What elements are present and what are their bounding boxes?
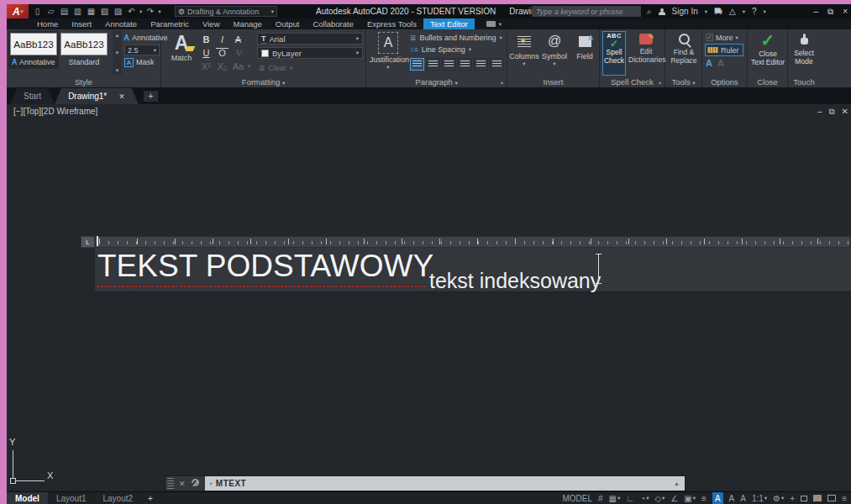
chevron-down-icon[interactable]: ▾ bbox=[290, 65, 292, 71]
close-button[interactable]: × bbox=[843, 7, 848, 16]
combine-paragraphs-button[interactable] bbox=[490, 58, 504, 71]
align-justify-button[interactable] bbox=[458, 58, 472, 71]
align-right-button[interactable] bbox=[442, 58, 456, 71]
symbol-button[interactable]: @ Symbol▾ bbox=[539, 32, 570, 67]
ribbon-display-toggle[interactable]: ▾ bbox=[486, 18, 502, 29]
redo-icon[interactable]: ↷ bbox=[144, 7, 155, 16]
close-tab-icon[interactable]: ✕ bbox=[118, 92, 125, 101]
gallery-expand-icon[interactable]: ▼ bbox=[115, 68, 120, 73]
polar-tracking-toggle[interactable]: ◔▾ bbox=[640, 492, 649, 504]
clear-formatting-button[interactable]: Clear bbox=[269, 64, 287, 72]
open-folder-icon[interactable]: ▱ bbox=[45, 7, 56, 16]
tab-express-tools[interactable]: Express Tools bbox=[360, 18, 423, 29]
text-height-combo[interactable]: 2.5▾ bbox=[124, 45, 160, 55]
autoscale-toggle[interactable]: A bbox=[729, 492, 735, 504]
columns-button[interactable]: Columns▾ bbox=[509, 32, 539, 67]
help-icon[interactable]: ? bbox=[752, 7, 757, 16]
plot-icon[interactable]: ▦ bbox=[86, 7, 97, 16]
save-icon[interactable]: ▤ bbox=[59, 7, 70, 16]
chevron-down-icon[interactable]: ▾ bbox=[248, 63, 250, 70]
autocaps-off-icon[interactable]: A bbox=[717, 58, 724, 68]
tab-output[interactable]: Output bbox=[269, 18, 307, 29]
layout-tab-layout2[interactable]: Layout2 bbox=[94, 492, 141, 504]
panel-label-formatting[interactable]: Formatting ▾ bbox=[161, 77, 365, 87]
autodesk-apps-icon[interactable]: △ bbox=[729, 7, 736, 16]
stack-button[interactable]: ⅟ bbox=[232, 48, 244, 59]
redo-dropdown-icon[interactable]: ▾ bbox=[158, 8, 160, 15]
mask-toggle[interactable]: AMask bbox=[124, 56, 160, 68]
color-combo[interactable]: ByLayer ▾ bbox=[257, 47, 363, 59]
file-tab-start[interactable]: Start bbox=[10, 88, 55, 104]
minimize-button[interactable]: – bbox=[813, 7, 818, 16]
drawing-canvas[interactable]: [−][Top][2D Wireframe] – ⧉ ✕ L TEKST POD… bbox=[7, 104, 851, 491]
line-spacing-button[interactable]: ↕≡Line Spacing▾ bbox=[410, 44, 504, 55]
find-replace-button[interactable]: Find & Replace bbox=[667, 32, 701, 65]
new-drawing-tab-button[interactable]: + bbox=[144, 91, 158, 102]
tab-manage[interactable]: Manage bbox=[227, 18, 269, 29]
change-case-button[interactable]: Aa bbox=[232, 61, 244, 71]
autocaps-icon[interactable]: A bbox=[706, 58, 712, 68]
new-file-icon[interactable]: ▯ bbox=[32, 7, 43, 16]
annotation-scale-selector[interactable]: 1:1▾ bbox=[752, 492, 767, 504]
strikethrough-button[interactable]: A bbox=[232, 34, 244, 45]
workspace-switching[interactable]: ⚙▾ bbox=[773, 492, 784, 504]
chevron-down-icon[interactable]: ▾ bbox=[693, 495, 696, 501]
style-card-standard[interactable]: AaBb123 Standard bbox=[59, 31, 109, 69]
italic-button[interactable]: I bbox=[216, 34, 229, 45]
tab-text-editor[interactable]: Text Editor bbox=[423, 18, 475, 29]
chevron-down-icon[interactable]: ▾ bbox=[617, 495, 620, 501]
viewport-controls-label[interactable]: [−][Top][2D Wireframe] bbox=[13, 107, 97, 116]
style-gallery-scroll[interactable]: ▲ ▼ ▼ bbox=[113, 31, 122, 75]
edit-dictionaries-button[interactable]: Edit Dictionaries bbox=[628, 31, 664, 64]
file-tab-drawing1[interactable]: Drawing1* ✕ bbox=[55, 88, 139, 104]
close-text-editor-button[interactable]: ✓ Close Text Editor bbox=[749, 31, 787, 66]
restore-drawing-button[interactable]: ⧉ bbox=[828, 107, 834, 117]
lineweight-toggle[interactable]: ≡ bbox=[701, 492, 707, 504]
model-space-indicator[interactable]: MODEL bbox=[562, 492, 592, 504]
undo-dropdown-icon[interactable]: ▾ bbox=[139, 8, 142, 15]
annotative-toggle[interactable]: ᎪAnnotative bbox=[124, 32, 160, 44]
print-icon[interactable]: ▨ bbox=[113, 7, 123, 16]
scroll-up-icon[interactable]: ▲ bbox=[115, 33, 120, 38]
chevron-down-icon[interactable]: ▾ bbox=[781, 495, 784, 501]
bullets-numbering-button[interactable]: ≣Bullets and Numbering▾ bbox=[410, 32, 504, 44]
match-properties-button[interactable]: A Match bbox=[166, 32, 197, 62]
snap-toggle[interactable]: ▦▾ bbox=[609, 492, 621, 504]
mtext-line-primary[interactable]: TEKST PODSTAWOWY bbox=[97, 249, 433, 284]
graphics-performance-toggle[interactable] bbox=[813, 492, 822, 504]
subscript-button[interactable]: X₂ bbox=[216, 61, 229, 71]
style-card-annotative[interactable]: AaBb123 Ꭺ Annotative bbox=[8, 31, 59, 69]
app-store-cart-icon[interactable]: ⛟ bbox=[714, 7, 722, 16]
tab-home[interactable]: Home bbox=[30, 18, 65, 29]
customize-status-bar[interactable]: ≡ bbox=[842, 492, 847, 504]
panel-label-paragraph[interactable]: Paragraph ▾ bbox=[366, 77, 507, 87]
bold-button[interactable]: B bbox=[200, 34, 213, 45]
panel-label-tools[interactable]: Tools ▾ bbox=[665, 77, 701, 87]
underline-button[interactable]: U bbox=[200, 48, 213, 58]
ortho-toggle[interactable]: ∟ bbox=[626, 492, 634, 504]
mtext-line-indexed[interactable]: tekst indeksowany bbox=[429, 269, 601, 293]
tab-insert[interactable]: Insert bbox=[65, 18, 98, 29]
superscript-button[interactable]: X² bbox=[200, 61, 213, 71]
recent-commands-icon[interactable]: ▾ bbox=[210, 480, 213, 487]
indent-marker[interactable] bbox=[97, 236, 98, 246]
layout-tab-layout1[interactable]: Layout1 bbox=[48, 492, 95, 504]
align-center-button[interactable] bbox=[426, 58, 440, 71]
command-drag-handle[interactable] bbox=[167, 478, 174, 489]
tab-collaborate[interactable]: Collaborate bbox=[306, 18, 360, 29]
clean-screen-toggle[interactable] bbox=[827, 492, 836, 504]
quick-properties-toggle[interactable] bbox=[801, 492, 807, 504]
align-left-button[interactable] bbox=[410, 58, 424, 71]
scroll-down-icon[interactable]: ▼ bbox=[115, 50, 120, 55]
isodraft-toggle[interactable]: ◇▾ bbox=[654, 492, 665, 504]
field-button[interactable]: Field bbox=[570, 32, 600, 60]
annotation-visibility-toggle[interactable]: A bbox=[712, 492, 723, 504]
select-mode-button[interactable]: Select Mode bbox=[789, 31, 819, 66]
chevron-down-icon[interactable]: ▾ bbox=[764, 495, 767, 501]
batch-plot-icon[interactable]: ▧ bbox=[99, 7, 110, 16]
chevron-down-icon[interactable]: ▾ bbox=[662, 495, 665, 501]
command-history-icon[interactable]: ▲ bbox=[674, 480, 680, 486]
autocad-logo[interactable]: A▾ bbox=[7, 4, 29, 18]
spell-check-button[interactable]: ABC ✓ Spell Check bbox=[602, 31, 626, 76]
chevron-down-icon[interactable]: ▾ bbox=[764, 8, 766, 15]
